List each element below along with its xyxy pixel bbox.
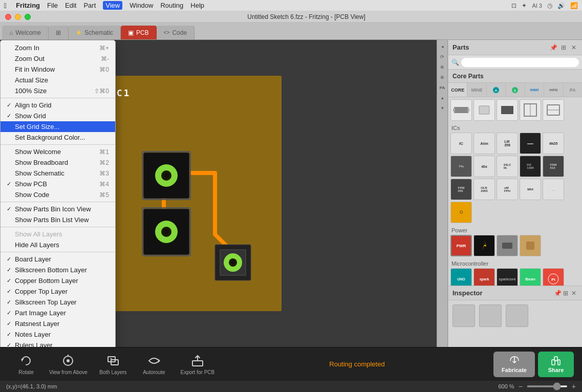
menu-item-set-grid[interactable]: Set Grid Size... [1, 121, 115, 132]
ic-item-13[interactable]: uMFPU [497, 179, 518, 200]
share-button[interactable]: Share [538, 352, 574, 377]
tab-schematic[interactable]: ⚡ Schematic [69, 26, 121, 39]
nav-btn-2[interactable]: ⟳ [438, 52, 447, 61]
ic-item-1[interactable]: IC [450, 133, 472, 154]
tab-mhz[interactable]: mHz [544, 83, 563, 97]
menu-item-fit[interactable]: Fit in Window ⌘0 [1, 64, 115, 75]
menu-item-align-grid[interactable]: ✓ Align to Grid [1, 100, 115, 111]
part-item-2[interactable] [473, 99, 495, 121]
micro-item-3[interactable]: sparkcore [497, 268, 518, 286]
ic-item-9[interactable]: DS1308 [520, 156, 541, 177]
ic-item-14[interactable]: M54 [520, 179, 541, 200]
menu-item-ratsnest[interactable]: ✓ Ratsnest Layer [1, 318, 115, 329]
tab-code[interactable]: <> Code [157, 26, 195, 39]
menu-view[interactable]: View [103, 1, 122, 10]
zoom-in-btn[interactable]: + [572, 383, 576, 390]
nav-btn-1[interactable]: ◂ [438, 42, 447, 51]
ic-item-7[interactable]: 40x [473, 156, 495, 177]
parts-pin-btn[interactable]: 📌 [549, 43, 557, 52]
menu-item-hide-all[interactable]: Hide All Layers [1, 239, 115, 250]
tab-breadboard[interactable]: ⊞ [49, 26, 69, 39]
menu-item-actual[interactable]: Actual Size [1, 75, 115, 85]
ic-item-2[interactable]: Atm [473, 133, 495, 154]
minimize-button[interactable] [15, 14, 21, 20]
power-item-3[interactable] [497, 235, 518, 256]
toolbar-view-above[interactable]: View from Above [44, 354, 93, 375]
inspector-expand-btn[interactable]: ⊞ [562, 289, 570, 297]
ic-item-11[interactable]: FRM050 [450, 179, 472, 200]
menu-item-show-grid[interactable]: ✓ Show Grid [1, 111, 115, 121]
menu-item-board-layer[interactable]: ✓ Board Layer [1, 254, 115, 265]
ic-item-12[interactable]: ULN2003 [473, 179, 495, 200]
ic-item-3[interactable]: LM358 [497, 133, 518, 154]
part-item-3[interactable] [497, 99, 518, 121]
ic-item-4[interactable]: ▬▬ [520, 133, 541, 154]
parts-expand-btn[interactable]: ⊞ [559, 43, 568, 52]
menu-item-100[interactable]: 100% Size ⇧⌘0 [1, 85, 115, 96]
menu-item-notes[interactable]: ✓ Notes Layer [1, 329, 115, 340]
menu-edit[interactable]: Edit [65, 2, 76, 9]
menu-item-part-image[interactable]: ✓ Part Image Layer [1, 308, 115, 318]
close-button[interactable] [5, 14, 11, 20]
tab-core[interactable]: CORE [448, 83, 467, 97]
tab-intel[interactable]: intel [525, 83, 544, 97]
inspector-close-btn[interactable]: ✕ [570, 289, 578, 297]
nav-btn-3[interactable]: ⊕ [438, 62, 447, 72]
maximize-button[interactable] [25, 14, 31, 20]
fabricate-button[interactable]: Fabricate [493, 352, 535, 377]
tab-arduino[interactable]: A [487, 83, 506, 97]
menu-help[interactable]: Help [190, 2, 204, 9]
power-item-2[interactable] [473, 235, 495, 256]
app-name[interactable]: Fritzing [16, 2, 40, 9]
ic-item-6[interactable]: 74x [450, 156, 472, 177]
micro-item-1[interactable]: UNO [450, 268, 472, 286]
menu-item-show-pcb[interactable]: ✓ Show PCB ⌘4 [1, 179, 115, 189]
menu-item-show-code[interactable]: Show Code ⌘5 [1, 189, 115, 200]
toolbar-rotate[interactable]: Rotate [8, 354, 44, 375]
menu-item-silkscreen-bottom[interactable]: ✓ Silkscreen Bottom Layer [1, 265, 115, 275]
menu-item-zoom-in[interactable]: Zoom In ⌘+ [1, 42, 115, 53]
micro-item-5[interactable]: Pi [543, 268, 564, 286]
tab-mine[interactable]: MINE [467, 83, 486, 97]
apple-menu[interactable]:  [4, 2, 7, 10]
part-item-4[interactable] [520, 99, 541, 121]
toolbar-both-layers[interactable]: Both Layers [93, 354, 134, 375]
nav-btn-5[interactable]: PA [438, 83, 447, 92]
micro-item-4[interactable]: Bean [520, 268, 541, 286]
ic-item-10[interactable]: FRM010 [543, 156, 564, 177]
inspector-pin-btn[interactable]: 📌 [553, 289, 562, 297]
ic-item-5[interactable]: 4N35 [543, 133, 564, 154]
menu-item-zoom-out[interactable]: Zoom Out ⌘- [1, 53, 115, 64]
tab-pa[interactable]: PA [564, 83, 582, 97]
menu-routing[interactable]: Routing [160, 2, 183, 9]
ic-item-8[interactable]: 24LC01 [497, 156, 518, 177]
micro-item-2[interactable]: spark [473, 268, 495, 286]
zoom-slider[interactable] [527, 385, 568, 387]
nav-btn-4[interactable]: ⊗ [438, 73, 447, 82]
menu-item-set-bg[interactable]: Set Background Color... [1, 132, 115, 143]
tab-seeed[interactable]: S [506, 83, 525, 97]
menu-item-show-welcome[interactable]: Show Welcome ⌘1 [1, 146, 115, 157]
parts-scroll-area[interactable]: ICs IC Atm LM358 ▬▬ 4N35 74x 40x 24LC01 … [448, 97, 582, 286]
menu-item-copper-top[interactable]: ✓ Copper Top Layer [1, 286, 115, 297]
parts-search-input[interactable] [461, 58, 579, 67]
part-item-1[interactable] [450, 99, 472, 121]
parts-close-btn[interactable]: ✕ [570, 43, 578, 52]
part-item-5[interactable] [543, 99, 564, 121]
tab-welcome[interactable]: ⌂ welcome Welcome [2, 26, 49, 39]
menu-item-copper-bottom[interactable]: ✓ Copper Bottom Layer [1, 275, 115, 286]
canvas-area[interactable]: fritzing VCC1 [0, 40, 437, 347]
menu-window[interactable]: Window [130, 2, 153, 9]
menu-item-rulers[interactable]: ✓ Rulers Layer [1, 340, 115, 347]
power-item-1[interactable]: PWR [450, 235, 472, 256]
menu-file[interactable]: File [47, 2, 58, 9]
menu-item-show-schematic[interactable]: Show Schematic ⌘3 [1, 168, 115, 179]
nav-btn-6[interactable]: ▴ [438, 93, 447, 102]
menu-item-silkscreen-top[interactable]: ✓ Silkscreen Top Layer [1, 297, 115, 308]
menu-part[interactable]: Part [83, 2, 96, 9]
ic-item-15[interactable]: ... [543, 179, 564, 200]
toolbar-autoroute[interactable]: Autoroute [134, 354, 175, 375]
ic-item-16[interactable]: ⬡ [450, 202, 472, 223]
power-item-4[interactable] [520, 235, 541, 256]
menu-item-show-breadboard[interactable]: Show Breadboard ⌘2 [1, 157, 115, 168]
